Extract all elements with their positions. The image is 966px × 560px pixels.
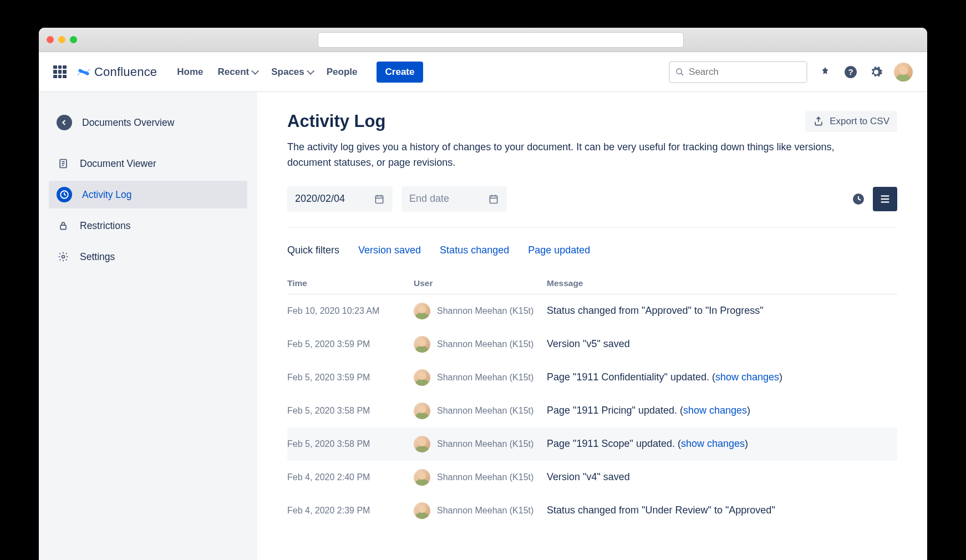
filter-page-updated[interactable]: Page updated: [528, 245, 590, 256]
brand-name: Confluence: [94, 65, 157, 79]
timeline-view-toggle[interactable]: [846, 187, 871, 211]
titlebar: [39, 28, 927, 52]
filter-status-changed[interactable]: Status changed: [440, 245, 509, 256]
header-time: Time: [287, 278, 414, 288]
cell-message: Status changed from "Under Review" to "A…: [547, 505, 897, 516]
nav-links: Home Recent Spaces People: [177, 67, 357, 78]
nav-people[interactable]: People: [327, 67, 358, 78]
confluence-logo[interactable]: Confluence: [77, 65, 157, 79]
user-avatar-icon: [414, 303, 430, 319]
user-name: Shannon Meehan (K15t): [437, 472, 533, 482]
quick-filters: Quick filters Version saved Status chang…: [287, 245, 897, 256]
svg-text:?: ?: [848, 67, 853, 77]
sidebar-back-label: Documents Overview: [82, 117, 174, 129]
search-icon: [675, 67, 684, 77]
svg-rect-11: [375, 196, 383, 203]
user-name: Shannon Meehan (K15t): [437, 406, 533, 416]
user-avatar-icon: [414, 436, 430, 452]
list-icon: [879, 193, 891, 205]
user-avatar-icon: [414, 403, 430, 419]
url-bar[interactable]: [318, 32, 684, 48]
cell-user: Shannon Meehan (K15t): [414, 336, 547, 353]
user-avatar-icon: [414, 469, 430, 486]
user-name: Shannon Meehan (K15t): [437, 339, 533, 349]
window-controls: [47, 36, 77, 43]
browser-window: Confluence Home Recent Spaces People Cre…: [39, 28, 927, 560]
chevron-down-icon: [251, 69, 257, 75]
user-name: Shannon Meehan (K15t): [437, 373, 533, 383]
svg-rect-15: [490, 196, 497, 203]
user-name: Shannon Meehan (K15t): [437, 506, 533, 516]
user-avatar-icon: [414, 369, 430, 386]
header-message: Message: [547, 278, 897, 288]
filters-label: Quick filters: [287, 245, 339, 256]
sidebar-back[interactable]: Documents Overview: [49, 109, 247, 136]
nav-home[interactable]: Home: [177, 67, 203, 78]
cell-user: Shannon Meehan (K15t): [414, 303, 547, 319]
end-date-placeholder: End date: [409, 193, 449, 205]
sidebar-item-restrictions[interactable]: Restrictions: [49, 212, 247, 240]
cell-user: Shannon Meehan (K15t): [414, 369, 547, 386]
end-date-input[interactable]: End date: [401, 186, 507, 212]
user-name: Shannon Meehan (K15t): [437, 306, 533, 316]
sidebar-item-document-viewer[interactable]: Document Viewer: [49, 150, 247, 177]
search-box[interactable]: [669, 61, 807, 83]
clock-icon: [57, 187, 72, 202]
start-date-input[interactable]: 2020/02/04: [287, 186, 393, 212]
filter-version-saved[interactable]: Version saved: [358, 245, 421, 256]
cell-user: Shannon Meehan (K15t): [414, 469, 547, 486]
user-avatar-icon: [414, 502, 430, 519]
svg-point-10: [62, 256, 65, 258]
document-icon: [57, 157, 70, 170]
table-row: Feb 4, 2020 2:39 PMShannon Meehan (K15t)…: [287, 494, 897, 527]
sidebar-item-settings[interactable]: Settings: [49, 243, 247, 271]
list-view-toggle[interactable]: [873, 187, 897, 211]
table-row: Feb 5, 2020 3:58 PMShannon Meehan (K15t)…: [287, 427, 897, 461]
nav-spaces[interactable]: Spaces: [271, 67, 312, 78]
svg-line-1: [681, 73, 683, 75]
cell-time: Feb 5, 2020 3:59 PM: [287, 339, 414, 349]
app-switcher-icon[interactable]: [53, 65, 67, 79]
notifications-icon[interactable]: [817, 64, 833, 80]
search-input[interactable]: [689, 67, 801, 78]
create-button[interactable]: Create: [377, 62, 424, 83]
table-header: Time User Message: [287, 273, 897, 294]
help-icon[interactable]: ?: [843, 64, 858, 80]
calendar-icon: [374, 194, 385, 205]
sidebar-item-label: Document Viewer: [80, 158, 156, 170]
nav-recent[interactable]: Recent: [218, 67, 257, 78]
cell-time: Feb 5, 2020 3:58 PM: [287, 406, 414, 416]
calendar-icon: [488, 194, 499, 205]
cell-time: Feb 5, 2020 3:58 PM: [287, 439, 414, 449]
export-csv-button[interactable]: Export to CSV: [805, 111, 897, 132]
clock-icon: [852, 192, 865, 206]
table-row: Feb 5, 2020 3:59 PMShannon Meehan (K15t)…: [287, 328, 897, 361]
profile-avatar[interactable]: [894, 63, 913, 82]
cell-message: Page "1911 Scope" updated. (show changes…: [547, 438, 897, 450]
table-row: Feb 5, 2020 3:58 PMShannon Meehan (K15t)…: [287, 394, 897, 427]
header-user: User: [414, 278, 547, 288]
table-row: Feb 5, 2020 3:59 PMShannon Meehan (K15t)…: [287, 361, 897, 394]
sidebar-item-label: Settings: [80, 251, 115, 263]
show-changes-link[interactable]: show changes: [683, 405, 747, 416]
cell-message: Page "1911 Confidentiality" updated. (sh…: [547, 371, 897, 383]
export-label: Export to CSV: [830, 116, 889, 127]
show-changes-link[interactable]: show changes: [681, 438, 745, 449]
user-name: Shannon Meehan (K15t): [437, 439, 533, 449]
chevron-down-icon: [307, 69, 312, 75]
table-row: Feb 10, 2020 10:23 AMShannon Meehan (K15…: [287, 294, 897, 328]
sidebar-item-activity-log[interactable]: Activity Log: [49, 181, 247, 208]
settings-icon[interactable]: [868, 64, 884, 80]
sidebar: Documents Overview Document Viewer Activ…: [39, 92, 257, 560]
cell-time: Feb 5, 2020 3:59 PM: [287, 373, 414, 383]
maximize-window-icon[interactable]: [70, 36, 77, 43]
show-changes-link[interactable]: show changes: [715, 371, 779, 383]
cell-user: Shannon Meehan (K15t): [414, 502, 547, 519]
sidebar-item-label: Activity Log: [82, 189, 131, 201]
close-window-icon[interactable]: [47, 36, 54, 43]
cell-user: Shannon Meehan (K15t): [414, 436, 547, 452]
start-date-value: 2020/02/04: [295, 193, 345, 205]
cell-message: Version "v4" saved: [547, 471, 897, 483]
back-arrow-icon: [57, 115, 72, 130]
minimize-window-icon[interactable]: [58, 36, 65, 43]
